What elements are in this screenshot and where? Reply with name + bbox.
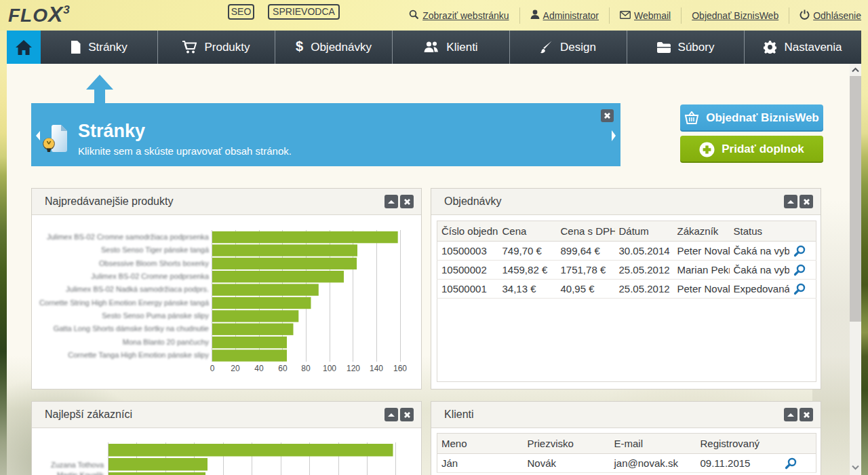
svg-text:Mona Blanto 20 pančuchy: Mona Blanto 20 pančuchy [123,338,210,346]
svg-text:Julimex BS-02 Cromne podprsenk: Julimex BS-02 Cromne podprsenka [91,272,210,280]
svg-text:Cornette String High Emotion E: Cornette String High Emotion Energy páns… [39,299,210,307]
svg-text:Julimex BS-02 Cromne samodržia: Julimex BS-02 Cromne samodržiaca podprse… [47,233,210,241]
svg-text:160: 160 [393,364,407,373]
svg-text:60: 60 [278,364,288,373]
svg-text:Martin Kovalik: Martin Kovalik [57,471,104,475]
svg-text:120: 120 [347,364,360,373]
svg-text:Sesto Senso Puma pánske slipy: Sesto Senso Puma pánske slipy [102,311,209,320]
svg-text:Gatta Long Shorts dámske šortk: Gatta Long Shorts dámske šortky na chudn… [54,324,209,332]
svg-text:20: 20 [231,364,240,373]
svg-text:Cornette Tanga High Emotion pá: Cornette Tanga High Emotion pánske slipy [68,351,209,359]
svg-text:Zuzana Tothova: Zuzana Tothova [51,461,104,469]
svg-text:0: 0 [210,364,215,373]
svg-text:Sesto Senso Tiger pánske tangá: Sesto Senso Tiger pánske tangá [101,246,210,254]
svg-text:40: 40 [254,364,264,373]
svg-text:100: 100 [323,364,336,373]
svg-text:80: 80 [301,364,311,373]
svg-text:Obsessive Bloom Shorts boxerky: Obsessive Bloom Shorts boxerky [99,259,210,267]
svg-text:Julimex BS-02 Nadká samodržiac: Julimex BS-02 Nadká samodržiaca podprs. [66,285,209,293]
svg-text:140: 140 [370,364,383,373]
